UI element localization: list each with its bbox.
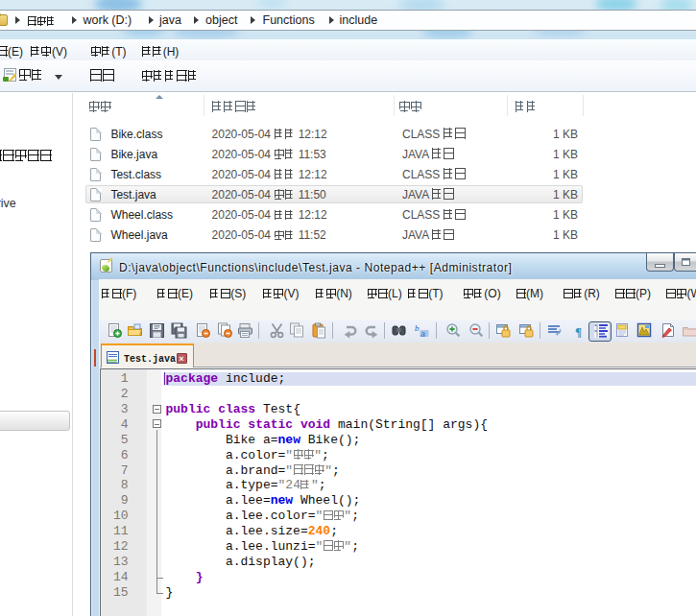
svg-text:¶: ¶ [575,324,582,339]
svg-text:b: b [415,323,420,333]
